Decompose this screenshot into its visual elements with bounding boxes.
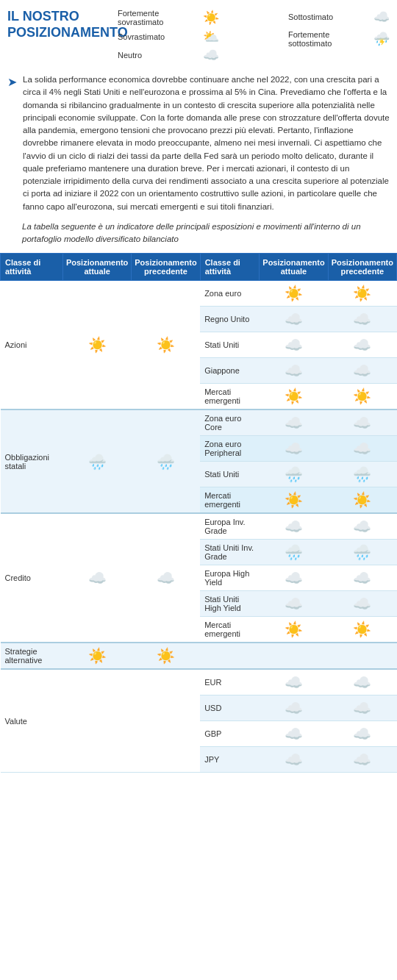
sub-label: GBP bbox=[200, 721, 260, 747]
sub-label: Mercati emergenti bbox=[200, 384, 260, 410]
sub-prev-icon: ☁️ bbox=[328, 669, 396, 695]
legend-icon-sun-cloud: ☀️ bbox=[203, 10, 219, 26]
group-label: Valute bbox=[1, 669, 63, 773]
sub-label: Mercati emergenti bbox=[200, 487, 260, 514]
sub-label: JPY bbox=[200, 747, 260, 773]
sub-label: Stati Uniti High Yield bbox=[200, 591, 260, 617]
col-header-prev1: Posizionamentoprecedente bbox=[132, 254, 200, 281]
sub-current-icon: ☁️ bbox=[260, 747, 328, 773]
sub-current-icon: ☁️ bbox=[260, 307, 328, 332]
sub-prev-icon bbox=[328, 643, 396, 669]
table-row: Azioni ☀️ ☀️ Zona euro ☀️ ☀️ bbox=[1, 281, 397, 307]
legend-icon-cloud: ☁️ bbox=[203, 47, 219, 63]
sub-current-icon: ☀️ bbox=[260, 281, 328, 307]
sub-current-icon bbox=[260, 643, 328, 669]
legend-item-sovrastimato: Sovrastimato ⛅ bbox=[118, 29, 284, 45]
sub-prev-icon: ☀️ bbox=[328, 281, 396, 307]
sub-prev-icon: ☀️ bbox=[328, 384, 396, 410]
col-header-class1: Classe di attività bbox=[1, 254, 63, 281]
sub-prev-icon: ☁️ bbox=[328, 591, 396, 617]
group-prev-icon: ☀️ bbox=[132, 643, 200, 669]
sub-prev-icon: 🌧️ bbox=[328, 540, 396, 565]
sub-label: Stati Uniti bbox=[200, 332, 260, 358]
sub-label: USD bbox=[200, 695, 260, 721]
sub-prev-icon: ☁️ bbox=[328, 565, 396, 591]
group-current-icon: 🌧️ bbox=[62, 409, 131, 513]
sub-current-icon: ☀️ bbox=[260, 617, 328, 643]
sub-current-icon: ☁️ bbox=[260, 565, 328, 591]
sub-label: Europa High Yield bbox=[200, 565, 260, 591]
legend-left: Fortementesovrastimato ☀️ Sovrastimato ⛅… bbox=[118, 9, 284, 63]
group-label: Strategie alternative bbox=[1, 643, 63, 669]
sub-current-icon: ☁️ bbox=[260, 669, 328, 695]
group-prev-icon: 🌧️ bbox=[132, 409, 200, 513]
sub-label bbox=[200, 643, 260, 669]
sub-current-icon: ☁️ bbox=[260, 721, 328, 747]
group-label: Azioni bbox=[1, 281, 63, 410]
sub-label: Zona euro Peripheral bbox=[200, 436, 260, 462]
sub-prev-icon: ☁️ bbox=[328, 513, 396, 540]
table-header-row: Classe di attività Posizionamentoattuale… bbox=[1, 254, 397, 281]
page-title: IL NOSTRO POSIZIONAMENTO bbox=[7, 9, 110, 40]
table-row: Credito ☁️ ☁️ Europa Inv. Grade ☁️ ☁️ bbox=[1, 513, 397, 540]
table-row: Valute EUR ☁️ ☁️ bbox=[1, 669, 397, 695]
legend-icon-part-cloud: ⛅ bbox=[203, 29, 219, 45]
legend-icon-cloud2: ☁️ bbox=[373, 9, 390, 25]
arrow-icon: ➤ bbox=[7, 75, 17, 89]
sub-label: Europa Inv. Grade bbox=[200, 513, 260, 540]
intro-section: ➤ La solida performance economica dovreb… bbox=[0, 69, 397, 213]
legend-label-2: Sovrastimato bbox=[118, 32, 198, 41]
table-row: Obbligazioni statali 🌧️ 🌧️ Zona euro Cor… bbox=[1, 409, 397, 436]
legend-item-sottostimato: Sottostimato ☁️ bbox=[288, 9, 390, 25]
sub-current-icon: ☁️ bbox=[260, 332, 328, 358]
sub-label: Zona euro Core bbox=[200, 409, 260, 436]
sub-current-icon: ☁️ bbox=[260, 409, 328, 436]
group-current-icon: ☀️ bbox=[62, 643, 131, 669]
legend-label-4: Sottostimato bbox=[288, 12, 369, 21]
group-current-icon: ☁️ bbox=[62, 513, 131, 643]
header: IL NOSTRO POSIZIONAMENTO Fortementesovra… bbox=[0, 0, 397, 69]
sub-prev-icon: 🌧️ bbox=[328, 462, 396, 487]
sub-label: Giappone bbox=[200, 358, 260, 384]
positioning-table: Classe di attività Posizionamentoattuale… bbox=[0, 253, 397, 773]
sub-prev-icon: ☁️ bbox=[328, 358, 396, 384]
legend-item-fortemente-sottostimato: Fortementesottostimato ⛈️ bbox=[288, 30, 390, 48]
sub-label: EUR bbox=[200, 669, 260, 695]
table-row: Strategie alternative ☀️ ☀️ bbox=[1, 643, 397, 669]
legend-label-5: Fortementesottostimato bbox=[288, 30, 369, 48]
sub-label: Regno Unito bbox=[200, 307, 260, 332]
sub-current-icon: ☁️ bbox=[260, 358, 328, 384]
sub-current-icon: ☁️ bbox=[260, 591, 328, 617]
italic-paragraph: La tabella seguente è un indicatore dell… bbox=[0, 213, 397, 254]
legend-item-fortemente-sovrastimato: Fortementesovrastimato ☀️ bbox=[118, 9, 284, 26]
group-current-icon: ☀️ bbox=[62, 281, 131, 410]
sub-label: Stati Uniti Inv. Grade bbox=[200, 540, 260, 565]
group-current-icon bbox=[62, 669, 131, 773]
sub-label: Stati Uniti bbox=[200, 462, 260, 487]
legend-label-3: Neutro bbox=[118, 51, 198, 60]
legend-icon-storm: ⛈️ bbox=[373, 31, 390, 47]
sub-current-icon: ☁️ bbox=[260, 513, 328, 540]
sub-prev-icon: ☁️ bbox=[328, 307, 396, 332]
sub-current-icon: ☁️ bbox=[260, 695, 328, 721]
col-header-current1: Posizionamentoattuale bbox=[62, 254, 131, 281]
intro-text: La solida performance economica dovrebbe… bbox=[23, 74, 390, 213]
sub-prev-icon: ☁️ bbox=[328, 695, 396, 721]
sub-current-icon: 🌧️ bbox=[260, 540, 328, 565]
sub-prev-icon: ☁️ bbox=[328, 436, 396, 462]
col-header-current2: Posizionamentoattuale bbox=[260, 254, 328, 281]
sub-prev-icon: ☁️ bbox=[328, 409, 396, 436]
sub-current-icon: ☁️ bbox=[260, 436, 328, 462]
group-label: Obbligazioni statali bbox=[1, 409, 63, 513]
sub-prev-icon: ☁️ bbox=[328, 747, 396, 773]
group-label: Credito bbox=[1, 513, 63, 643]
sub-current-icon: ☀️ bbox=[260, 487, 328, 514]
sub-label: Mercati emergenti bbox=[200, 617, 260, 643]
group-prev-icon bbox=[132, 669, 200, 773]
sub-current-icon: ☀️ bbox=[260, 384, 328, 410]
sub-prev-icon: ☀️ bbox=[328, 487, 396, 514]
sub-prev-icon: ☁️ bbox=[328, 332, 396, 358]
sub-label: Zona euro bbox=[200, 281, 260, 307]
legend-right: Sottostimato ☁️ Fortementesottostimato ⛈… bbox=[288, 9, 390, 48]
group-prev-icon: ☀️ bbox=[132, 281, 200, 410]
